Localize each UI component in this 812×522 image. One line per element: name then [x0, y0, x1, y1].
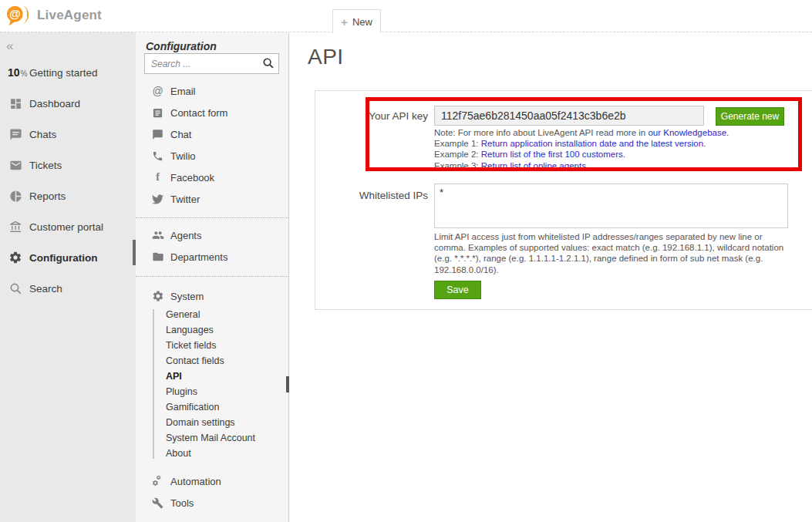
config-item-label: Departments: [170, 251, 227, 263]
config-item-departments[interactable]: Departments: [136, 246, 288, 268]
example-line-1: Example 1: Return application installati…: [434, 138, 766, 149]
sidebar-item-label: Getting started: [29, 67, 98, 79]
liveagent-logo-icon: @: [6, 4, 32, 27]
example-text: Example 3:: [434, 161, 481, 170]
config-item-twilio[interactable]: Twilio: [136, 145, 288, 167]
sidebar-item-search[interactable]: Search: [0, 273, 136, 304]
system-sub-item-system-mail-account[interactable]: System Mail Account: [136, 430, 288, 446]
org-settings-list: Agents Departments: [136, 224, 288, 268]
example-3-link[interactable]: Return list of online agents.: [481, 161, 588, 170]
liveagent-logo: @ LiveAgent: [6, 4, 102, 27]
config-item-label: Email: [170, 86, 196, 97]
dashboard-icon: [8, 96, 23, 111]
config-item-label: Contact form: [170, 107, 227, 119]
sidebar-item-chats[interactable]: Chats: [0, 119, 136, 150]
divider: [136, 276, 288, 277]
whitelisted-ips-textarea[interactable]: *: [434, 184, 788, 228]
search-icon[interactable]: [262, 57, 275, 72]
config-item-label: Twilio: [170, 150, 196, 162]
configuration-panel-title: Configuration: [136, 32, 288, 51]
progress-badge: 10 %: [8, 66, 29, 79]
gears-icon: [151, 475, 164, 488]
twitter-bird-icon: [151, 193, 164, 206]
collapse-sidebar-button[interactable]: «: [0, 32, 23, 54]
config-item-tools[interactable]: Tools: [136, 492, 288, 514]
generate-new-button[interactable]: Generate new: [716, 107, 784, 126]
sidebar-item-reports[interactable]: Reports: [0, 180, 136, 211]
at-sign-icon: @: [151, 85, 164, 98]
config-item-chat[interactable]: Chat: [136, 123, 288, 145]
config-item-email[interactable]: @ Email: [136, 80, 288, 102]
top-header: @ LiveAgent + New: [0, 0, 812, 32]
system-sub-item-domain-settings[interactable]: Domain settings: [136, 415, 288, 430]
config-item-label: Twitter: [170, 194, 200, 205]
configuration-panel: Configuration @ Email Contact form: [136, 32, 289, 522]
brand-name: LiveAgent: [37, 8, 102, 23]
example-line-2: Example 2: Return list of the first 100 …: [434, 149, 766, 160]
chats-icon: [8, 126, 23, 142]
sidebar-item-label: Reports: [29, 190, 66, 202]
main-nav-list: 10 % Getting started Dashboard Chats: [0, 57, 136, 304]
system-sub-list: General Languages Ticket fields Contact …: [136, 307, 288, 461]
config-item-facebook[interactable]: f Facebook: [136, 167, 288, 188]
config-item-label: Agents: [170, 230, 201, 241]
config-item-agents[interactable]: Agents: [136, 224, 288, 246]
plus-icon: +: [341, 16, 348, 28]
sidebar-item-label: Dashboard: [29, 98, 80, 109]
people-icon: [151, 229, 164, 242]
pie-chart-icon: [8, 188, 23, 204]
tools-settings-list: Automation Tools: [136, 470, 288, 514]
note-line: Note: For more info about LiveAgent API …: [434, 127, 766, 138]
example-1-link[interactable]: Return application installation date and…: [481, 139, 706, 148]
new-button[interactable]: + New: [332, 9, 381, 33]
bank-icon: [8, 219, 23, 234]
config-item-contact-form[interactable]: Contact form: [136, 102, 288, 123]
note-text: Note: For more info about LiveAgent API …: [434, 128, 648, 137]
config-item-system[interactable]: System: [136, 285, 288, 307]
envelope-icon: [8, 157, 23, 173]
configuration-scrollbar-thumb[interactable]: [286, 376, 289, 392]
facebook-icon: f: [151, 171, 164, 184]
system-sub-item-general[interactable]: General: [136, 307, 288, 322]
sidebar-item-dashboard[interactable]: Dashboard: [0, 88, 136, 119]
api-key-notes: Note: For more info about LiveAgent API …: [434, 127, 766, 171]
svg-text:@: @: [9, 7, 21, 20]
example-text: Example 2:: [434, 150, 481, 159]
sidebar-item-getting-started[interactable]: 10 % Getting started: [0, 57, 136, 88]
folder-icon: [151, 251, 164, 264]
system-sub-item-contact-fields[interactable]: Contact fields: [136, 353, 288, 369]
search-icon: [8, 281, 23, 296]
configuration-search-input[interactable]: [144, 53, 279, 74]
tools-icon: [151, 497, 164, 510]
system-sub-item-ticket-fields[interactable]: Ticket fields: [136, 338, 288, 353]
config-item-automation[interactable]: Automation: [136, 470, 288, 492]
gear-icon: [151, 290, 164, 303]
example-2-link[interactable]: Return list of the first 100 customers.: [481, 150, 625, 159]
configuration-search: [144, 53, 279, 74]
system-sub-item-plugins[interactable]: Plugins: [136, 384, 288, 399]
gear-icon: [8, 250, 23, 265]
whitelisted-ips-help: Limit API access just from whitelisted I…: [434, 231, 795, 275]
system-sub-item-about[interactable]: About: [136, 446, 288, 461]
sidebar-item-customer-portal[interactable]: Customer portal: [0, 211, 136, 242]
chat-bubble-icon: [151, 128, 164, 141]
example-line-3: Example 3: Return list of online agents.: [434, 160, 766, 171]
api-key-input[interactable]: [434, 106, 704, 126]
config-item-label: Automation: [170, 476, 221, 487]
config-item-twitter[interactable]: Twitter: [136, 188, 288, 210]
sidebar-item-label: Configuration: [29, 252, 97, 264]
system-sub-item-languages[interactable]: Languages: [136, 322, 288, 338]
sidebar-item-configuration[interactable]: Configuration: [0, 242, 136, 273]
sidebar-item-label: Customer portal: [29, 221, 103, 233]
progress-value: 10: [8, 66, 20, 79]
sidebar-item-tickets[interactable]: Tickets: [0, 150, 136, 180]
form-icon: [151, 106, 164, 120]
system-sub-item-gamification[interactable]: Gamification: [136, 399, 288, 415]
knowledgebase-link[interactable]: our Knowledgebase.: [648, 128, 729, 137]
config-item-label: Facebook: [170, 172, 214, 184]
config-item-label: System: [170, 291, 204, 302]
phone-icon: [151, 150, 164, 163]
system-sub-item-api[interactable]: API: [136, 369, 288, 384]
save-button[interactable]: Save: [434, 281, 481, 299]
config-item-label: Tools: [170, 497, 194, 509]
